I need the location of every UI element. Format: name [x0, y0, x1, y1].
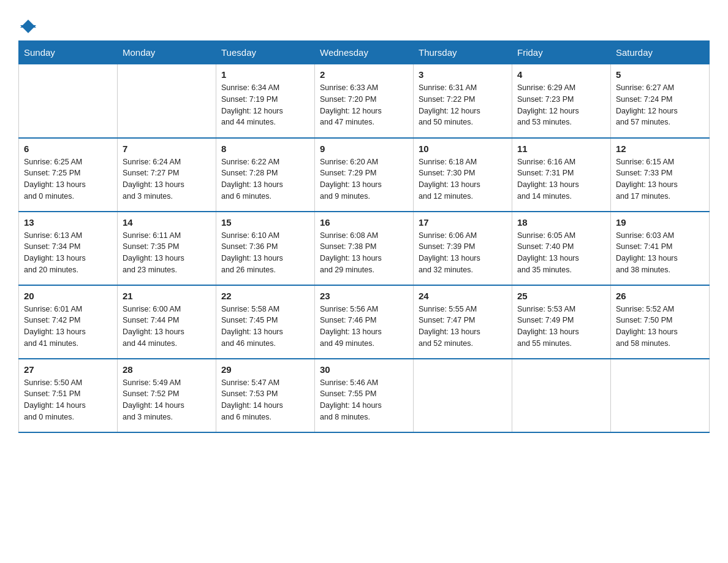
- day-number: 7: [123, 144, 211, 154]
- calendar-cell: 4Sunrise: 6:29 AM Sunset: 7:23 PM Daylig…: [512, 64, 611, 138]
- weekday-header-thursday: Thursday: [414, 41, 512, 64]
- day-detail: Sunrise: 5:58 AM Sunset: 7:45 PM Dayligh…: [221, 304, 309, 350]
- day-number: 26: [616, 291, 704, 301]
- day-detail: Sunrise: 5:49 AM Sunset: 7:52 PM Dayligh…: [123, 377, 211, 423]
- day-number: 18: [517, 217, 605, 228]
- calendar-cell: 25Sunrise: 5:53 AM Sunset: 7:49 PM Dayli…: [512, 285, 611, 359]
- day-detail: Sunrise: 5:53 AM Sunset: 7:49 PM Dayligh…: [517, 304, 605, 350]
- day-detail: Sunrise: 6:08 AM Sunset: 7:38 PM Dayligh…: [320, 230, 408, 276]
- weekday-header-friday: Friday: [512, 41, 611, 64]
- calendar-cell: [414, 359, 512, 432]
- day-detail: Sunrise: 6:00 AM Sunset: 7:44 PM Dayligh…: [123, 304, 211, 350]
- day-number: 23: [320, 291, 408, 301]
- day-detail: Sunrise: 6:33 AM Sunset: 7:20 PM Dayligh…: [320, 82, 408, 128]
- day-detail: Sunrise: 6:11 AM Sunset: 7:35 PM Dayligh…: [123, 230, 211, 276]
- day-number: 30: [320, 364, 408, 375]
- calendar-cell: 22Sunrise: 5:58 AM Sunset: 7:45 PM Dayli…: [216, 285, 315, 359]
- day-number: 4: [517, 69, 605, 80]
- calendar-cell: 1Sunrise: 6:34 AM Sunset: 7:19 PM Daylig…: [216, 64, 315, 138]
- page-header: [18, 18, 710, 28]
- day-number: 8: [221, 144, 309, 154]
- day-number: 25: [517, 291, 605, 301]
- day-number: 9: [320, 144, 408, 154]
- day-number: 14: [123, 217, 211, 228]
- calendar-cell: 3Sunrise: 6:31 AM Sunset: 7:22 PM Daylig…: [414, 64, 512, 138]
- day-detail: Sunrise: 5:50 AM Sunset: 7:51 PM Dayligh…: [24, 377, 112, 423]
- day-detail: Sunrise: 6:31 AM Sunset: 7:22 PM Dayligh…: [419, 82, 507, 128]
- weekday-header-saturday: Saturday: [611, 41, 710, 64]
- calendar-cell: [512, 359, 611, 432]
- day-number: 13: [24, 217, 112, 228]
- day-number: 21: [123, 291, 211, 301]
- day-detail: Sunrise: 6:13 AM Sunset: 7:34 PM Dayligh…: [24, 230, 112, 276]
- calendar-cell: 9Sunrise: 6:20 AM Sunset: 7:29 PM Daylig…: [315, 138, 414, 212]
- calendar-week-row: 13Sunrise: 6:13 AM Sunset: 7:34 PM Dayli…: [19, 212, 710, 285]
- logo: [18, 18, 36, 28]
- calendar-cell: 6Sunrise: 6:25 AM Sunset: 7:25 PM Daylig…: [19, 138, 118, 212]
- day-detail: Sunrise: 6:27 AM Sunset: 7:24 PM Dayligh…: [616, 82, 704, 128]
- calendar-cell: 30Sunrise: 5:46 AM Sunset: 7:55 PM Dayli…: [315, 359, 414, 432]
- day-number: 1: [221, 69, 309, 80]
- day-detail: Sunrise: 6:34 AM Sunset: 7:19 PM Dayligh…: [221, 82, 309, 128]
- calendar-cell: [611, 359, 710, 432]
- day-detail: Sunrise: 6:15 AM Sunset: 7:33 PM Dayligh…: [616, 156, 704, 202]
- day-number: 29: [221, 364, 309, 375]
- day-detail: Sunrise: 6:20 AM Sunset: 7:29 PM Dayligh…: [320, 156, 408, 202]
- day-number: 3: [419, 69, 507, 80]
- day-detail: Sunrise: 6:03 AM Sunset: 7:41 PM Dayligh…: [616, 230, 704, 276]
- day-number: 11: [517, 144, 605, 154]
- calendar-cell: 26Sunrise: 5:52 AM Sunset: 7:50 PM Dayli…: [611, 285, 710, 359]
- calendar-cell: 16Sunrise: 6:08 AM Sunset: 7:38 PM Dayli…: [315, 212, 414, 285]
- day-number: 22: [221, 291, 309, 301]
- day-number: 24: [419, 291, 507, 301]
- day-detail: Sunrise: 6:18 AM Sunset: 7:30 PM Dayligh…: [419, 156, 507, 202]
- calendar-week-row: 20Sunrise: 6:01 AM Sunset: 7:42 PM Dayli…: [19, 285, 710, 359]
- calendar-cell: 18Sunrise: 6:05 AM Sunset: 7:40 PM Dayli…: [512, 212, 611, 285]
- calendar-cell: 5Sunrise: 6:27 AM Sunset: 7:24 PM Daylig…: [611, 64, 710, 138]
- day-detail: Sunrise: 6:06 AM Sunset: 7:39 PM Dayligh…: [419, 230, 507, 276]
- calendar-cell: 23Sunrise: 5:56 AM Sunset: 7:46 PM Dayli…: [315, 285, 414, 359]
- weekday-header-wednesday: Wednesday: [315, 41, 414, 64]
- calendar-cell: 12Sunrise: 6:15 AM Sunset: 7:33 PM Dayli…: [611, 138, 710, 212]
- calendar-cell: 10Sunrise: 6:18 AM Sunset: 7:30 PM Dayli…: [414, 138, 512, 212]
- calendar-cell: 24Sunrise: 5:55 AM Sunset: 7:47 PM Dayli…: [414, 285, 512, 359]
- calendar-cell: 29Sunrise: 5:47 AM Sunset: 7:53 PM Dayli…: [216, 359, 315, 432]
- calendar-cell: 19Sunrise: 6:03 AM Sunset: 7:41 PM Dayli…: [611, 212, 710, 285]
- day-detail: Sunrise: 5:47 AM Sunset: 7:53 PM Dayligh…: [221, 377, 309, 423]
- day-number: 16: [320, 217, 408, 228]
- calendar-cell: 13Sunrise: 6:13 AM Sunset: 7:34 PM Dayli…: [19, 212, 118, 285]
- calendar-cell: 11Sunrise: 6:16 AM Sunset: 7:31 PM Dayli…: [512, 138, 611, 212]
- day-detail: Sunrise: 6:22 AM Sunset: 7:28 PM Dayligh…: [221, 156, 309, 202]
- day-detail: Sunrise: 5:55 AM Sunset: 7:47 PM Dayligh…: [419, 304, 507, 350]
- day-number: 12: [616, 144, 704, 154]
- calendar-table: SundayMondayTuesdayWednesdayThursdayFrid…: [18, 40, 710, 433]
- calendar-cell: 28Sunrise: 5:49 AM Sunset: 7:52 PM Dayli…: [118, 359, 216, 432]
- day-detail: Sunrise: 5:46 AM Sunset: 7:55 PM Dayligh…: [320, 377, 408, 423]
- day-detail: Sunrise: 6:29 AM Sunset: 7:23 PM Dayligh…: [517, 82, 605, 128]
- calendar-cell: [118, 64, 216, 138]
- calendar-week-row: 1Sunrise: 6:34 AM Sunset: 7:19 PM Daylig…: [19, 64, 710, 138]
- day-number: 28: [123, 364, 211, 375]
- day-number: 5: [616, 69, 704, 80]
- calendar-cell: 20Sunrise: 6:01 AM Sunset: 7:42 PM Dayli…: [19, 285, 118, 359]
- weekday-header-row: SundayMondayTuesdayWednesdayThursdayFrid…: [19, 41, 710, 64]
- day-number: 27: [24, 364, 112, 375]
- calendar-cell: 2Sunrise: 6:33 AM Sunset: 7:20 PM Daylig…: [315, 64, 414, 138]
- weekday-header-tuesday: Tuesday: [216, 41, 315, 64]
- day-number: 2: [320, 69, 408, 80]
- day-number: 19: [616, 217, 704, 228]
- day-number: 17: [419, 217, 507, 228]
- day-detail: Sunrise: 6:01 AM Sunset: 7:42 PM Dayligh…: [24, 304, 112, 350]
- day-detail: Sunrise: 6:25 AM Sunset: 7:25 PM Dayligh…: [24, 156, 112, 202]
- calendar-cell: 21Sunrise: 6:00 AM Sunset: 7:44 PM Dayli…: [118, 285, 216, 359]
- calendar-cell: 17Sunrise: 6:06 AM Sunset: 7:39 PM Dayli…: [414, 212, 512, 285]
- calendar-cell: [19, 64, 118, 138]
- day-detail: Sunrise: 6:24 AM Sunset: 7:27 PM Dayligh…: [123, 156, 211, 202]
- day-number: 15: [221, 217, 309, 228]
- day-detail: Sunrise: 5:56 AM Sunset: 7:46 PM Dayligh…: [320, 304, 408, 350]
- calendar-cell: 14Sunrise: 6:11 AM Sunset: 7:35 PM Dayli…: [118, 212, 216, 285]
- day-detail: Sunrise: 6:10 AM Sunset: 7:36 PM Dayligh…: [221, 230, 309, 276]
- day-detail: Sunrise: 5:52 AM Sunset: 7:50 PM Dayligh…: [616, 304, 704, 350]
- calendar-cell: 27Sunrise: 5:50 AM Sunset: 7:51 PM Dayli…: [19, 359, 118, 432]
- day-number: 20: [24, 291, 112, 301]
